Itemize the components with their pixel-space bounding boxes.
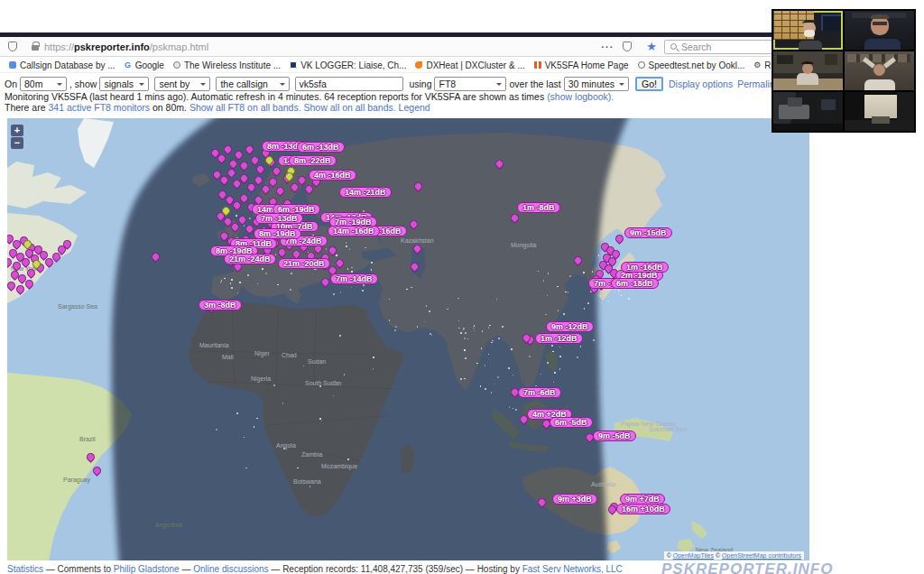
report-label[interactable]: 16m +10dB bbox=[616, 504, 670, 514]
report-label[interactable]: 9m -5dB bbox=[593, 430, 636, 441]
bookmark-item[interactable]: Callsign Database by ... bbox=[9, 60, 116, 70]
page-actions-icon[interactable]: ··· bbox=[601, 42, 614, 52]
tracking-shield-icon[interactable] bbox=[8, 42, 17, 51]
map-place-label: Solomon Sea bbox=[649, 426, 687, 432]
monitor-pin[interactable] bbox=[509, 212, 521, 224]
report-label[interactable]: 8m -19dB bbox=[254, 228, 301, 239]
monitor-pin[interactable] bbox=[412, 181, 424, 192]
bookmark-item[interactable]: Speedtest.net by Ookl... bbox=[638, 60, 745, 70]
monitor-pin[interactable] bbox=[222, 144, 234, 155]
band-select[interactable]: 80m bbox=[20, 77, 67, 91]
world-map[interactable]: 8m -13dB6m -13dB14m -20dB8m -22dB4m -16d… bbox=[7, 118, 809, 560]
map-place-label: Mauritania bbox=[199, 342, 229, 348]
map-zoom-out-button[interactable]: − bbox=[11, 137, 23, 149]
report-label[interactable]: 14m -16dB bbox=[328, 226, 380, 236]
video-tile-6[interactable] bbox=[845, 92, 914, 131]
report-label[interactable]: 9m -12dB bbox=[546, 321, 594, 332]
monitor-pin[interactable] bbox=[14, 283, 26, 295]
map-place-label: Paraguay bbox=[63, 477, 90, 483]
report-label[interactable]: 7m -14dB bbox=[330, 273, 378, 284]
url-bar[interactable]: https://pskreporter.info/pskmap.html bbox=[44, 42, 208, 52]
mode-select[interactable]: FT8 bbox=[434, 77, 506, 91]
go-button[interactable]: Go! bbox=[635, 77, 663, 91]
video-decor bbox=[804, 30, 815, 37]
what-select[interactable]: signals bbox=[99, 77, 149, 91]
window-select[interactable]: 30 minutes bbox=[564, 77, 629, 91]
status2-link[interactable]: Show all on all bands. bbox=[304, 102, 396, 113]
report-label[interactable]: 14m -21dB bbox=[339, 187, 392, 198]
report-label[interactable]: 9m -15dB bbox=[624, 227, 672, 238]
video-decor bbox=[799, 41, 822, 50]
monitor-pin[interactable] bbox=[614, 233, 625, 245]
bookmark-item[interactable]: The Wireless Institute ... bbox=[173, 60, 281, 70]
video-tile-2[interactable] bbox=[845, 11, 914, 50]
video-tile-5[interactable] bbox=[773, 92, 843, 131]
bookmark-item[interactable]: DXHeat | DXCluster & ... bbox=[415, 60, 524, 70]
monitor-pin[interactable] bbox=[244, 144, 255, 155]
report-label[interactable]: 21m -20dB bbox=[278, 258, 330, 269]
monitor-pin[interactable] bbox=[411, 243, 423, 255]
report-label[interactable]: 1m -12dB bbox=[535, 333, 583, 344]
bookmark-item[interactable]: VK LOGGER: Liaise, Ch... bbox=[290, 60, 406, 70]
report-label[interactable]: 6m -18dB bbox=[611, 278, 659, 289]
report-label[interactable]: 21m -24dB bbox=[224, 254, 276, 264]
video-tile-4[interactable] bbox=[845, 51, 914, 90]
monitor-pin[interactable] bbox=[274, 185, 286, 197]
video-tile-1[interactable] bbox=[773, 11, 843, 50]
attribution-link[interactable]: OpenMapTiles bbox=[673, 552, 714, 559]
report-label[interactable]: 3m -8dB bbox=[199, 300, 242, 310]
map-place-label: South Sudan bbox=[305, 380, 341, 386]
status2-link[interactable]: Show all FT8 on all bands. bbox=[189, 102, 301, 113]
monitor-pin[interactable] bbox=[233, 149, 245, 161]
footer-link[interactable]: Fast Serv Networks, LLC bbox=[522, 564, 623, 574]
map-place-label: Sudan bbox=[308, 358, 326, 365]
padlock-icon[interactable] bbox=[32, 45, 39, 51]
bars-icon bbox=[534, 61, 541, 69]
monitor-pin[interactable] bbox=[271, 165, 282, 177]
monitor-pin[interactable] bbox=[494, 158, 505, 170]
video-decor bbox=[802, 20, 817, 27]
attribution-link[interactable]: OpenStreetMap contributors bbox=[722, 552, 801, 559]
footer-text: — Reception records: 11,408,427,735 (359… bbox=[269, 564, 522, 574]
footer-link[interactable]: Statistics bbox=[7, 564, 43, 574]
map-zoom-in-button[interactable]: + bbox=[11, 125, 23, 136]
status2-link[interactable]: Legend bbox=[399, 102, 430, 113]
pocket-shield-icon[interactable] bbox=[623, 42, 632, 51]
report-label[interactable]: 8m -22dB bbox=[289, 155, 337, 166]
report-label[interactable]: 1m -16dB bbox=[621, 262, 669, 273]
callsign-input[interactable] bbox=[295, 77, 403, 91]
monitor-pin[interactable] bbox=[409, 261, 420, 273]
monitor-pin[interactable] bbox=[91, 465, 103, 477]
show-label: , show bbox=[69, 79, 97, 89]
monitor-pin[interactable] bbox=[85, 451, 97, 463]
report-label[interactable]: 6m -13dB bbox=[297, 142, 345, 153]
display-options-link[interactable]: Display options bbox=[669, 79, 733, 89]
monitor-pin[interactable] bbox=[408, 218, 420, 230]
monitor-pin[interactable] bbox=[319, 276, 331, 288]
video-tile-3[interactable] bbox=[773, 51, 843, 90]
over-label: over the last bbox=[509, 79, 560, 89]
monitor-pin[interactable] bbox=[150, 251, 162, 263]
footer-link[interactable]: Online discussions bbox=[193, 564, 268, 574]
direction-select[interactable]: sent by bbox=[154, 77, 210, 91]
bookmark-star-icon[interactable]: ★ bbox=[646, 40, 657, 53]
video-conference-overlay[interactable] bbox=[772, 9, 916, 133]
monitor-pin[interactable] bbox=[536, 496, 548, 508]
report-label[interactable]: 7m -13dB bbox=[255, 213, 303, 224]
report-label[interactable]: 7m -6dB bbox=[518, 387, 561, 398]
footer-link[interactable]: Philip Gladstone bbox=[114, 564, 180, 574]
report-label[interactable]: 6m -5dB bbox=[550, 417, 593, 428]
bookmark-item[interactable]: GGoogle bbox=[125, 60, 164, 70]
bookmark-item[interactable]: VK5SFA Home Page bbox=[534, 60, 629, 70]
monitor-pin[interactable] bbox=[254, 163, 266, 175]
bookmark-label: Callsign Database by ... bbox=[20, 60, 116, 70]
status2-link[interactable]: 341 active FT8 monitors bbox=[48, 102, 150, 113]
status1-link[interactable]: (show logbook). bbox=[547, 91, 614, 102]
report-label[interactable]: 9m +3dB bbox=[552, 494, 597, 505]
monitor-pin[interactable] bbox=[572, 255, 584, 266]
monitor-pin[interactable] bbox=[238, 160, 250, 171]
using-label: using bbox=[409, 79, 431, 89]
report-label[interactable]: 1m -8dB bbox=[517, 202, 560, 213]
callsign-kind-select[interactable]: the callsign bbox=[216, 77, 290, 91]
report-label[interactable]: 4m -16dB bbox=[309, 170, 356, 181]
